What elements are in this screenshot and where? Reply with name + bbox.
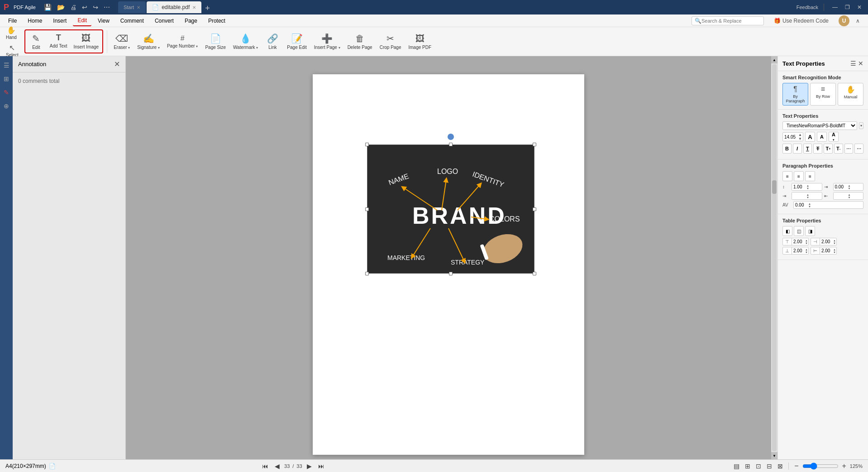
cell-padding-top-input[interactable] bbox=[792, 238, 805, 245]
tab-start[interactable]: Start ✕ bbox=[118, 1, 146, 13]
crop-page-button[interactable]: ✂ Crop Page bbox=[377, 31, 404, 52]
zoom-in-button[interactable]: + bbox=[840, 461, 848, 471]
table-align-right-button[interactable]: ◨ bbox=[805, 226, 815, 236]
link-button[interactable]: 🔗 Link bbox=[262, 31, 282, 52]
minimize-button[interactable]: — bbox=[830, 3, 840, 11]
image-pdf-button[interactable]: 🖼 Image PDF bbox=[406, 32, 434, 52]
cell-padding-left-down[interactable]: ▼ bbox=[833, 251, 836, 254]
hand-tool-button[interactable]: ✋ Hand bbox=[4, 24, 19, 41]
search-bar[interactable]: 🔍 bbox=[692, 16, 764, 25]
cell-padding-left-input[interactable] bbox=[820, 247, 833, 254]
cell-padding-bottom-down[interactable]: ▼ bbox=[805, 251, 808, 254]
handle-top-right[interactable] bbox=[533, 143, 536, 146]
cell-padding-right-down[interactable]: ▼ bbox=[833, 242, 836, 245]
delete-page-button[interactable]: 🗑 Delete Page bbox=[345, 32, 375, 52]
menu-protect[interactable]: Protect bbox=[204, 16, 230, 26]
redeem-button[interactable]: 🎁 Use Redeem Code bbox=[769, 16, 833, 26]
font-size-input[interactable] bbox=[783, 134, 797, 140]
more-format-button2[interactable]: ⋯ bbox=[854, 144, 863, 154]
menu-view[interactable]: View bbox=[93, 16, 114, 26]
right-panel-close-button[interactable]: ✕ bbox=[858, 60, 863, 67]
char-spacing-down[interactable]: ▼ bbox=[807, 205, 812, 208]
zoom-out-button[interactable]: − bbox=[792, 461, 800, 471]
print-button[interactable]: 🖨 bbox=[68, 3, 78, 12]
align-right-button[interactable]: ≡ bbox=[805, 171, 815, 181]
scroll-track[interactable] bbox=[772, 64, 777, 451]
scroll-thumb[interactable] bbox=[772, 180, 777, 194]
char-spacing-input[interactable] bbox=[794, 202, 807, 208]
font-color-dropdown[interactable]: ▾ bbox=[833, 138, 835, 142]
pdf-viewer[interactable]: BRAND NAME LOGO IDENTITY bbox=[126, 56, 771, 459]
grow-font-button[interactable]: A bbox=[805, 132, 815, 142]
rotate-handle[interactable] bbox=[448, 134, 454, 140]
page-size-button[interactable]: 📄 Page Size bbox=[202, 31, 229, 52]
list-indent-input[interactable] bbox=[792, 193, 806, 199]
font-family-select[interactable]: TimesNewRomanPS-BoldMT bbox=[782, 121, 857, 130]
right-panel-settings-button[interactable]: ☰ bbox=[850, 60, 856, 67]
add-tab-button[interactable]: + bbox=[202, 4, 213, 13]
scroll-down-button[interactable]: ▼ bbox=[771, 452, 777, 459]
handle-top-left[interactable] bbox=[365, 143, 369, 146]
list-indent-down[interactable]: ▼ bbox=[806, 196, 810, 199]
sidebar-edit-icon[interactable]: ✎ bbox=[2, 87, 11, 98]
menu-home[interactable]: Home bbox=[23, 16, 47, 26]
font-size-up-button[interactable]: ▲ bbox=[797, 133, 803, 137]
font-color-button[interactable]: A ▾ bbox=[829, 132, 839, 142]
signature-button[interactable]: ✍ Signature ▾ bbox=[134, 31, 162, 52]
handle-middle-right[interactable] bbox=[533, 207, 536, 211]
search-input[interactable] bbox=[701, 18, 756, 24]
underline-button[interactable]: T bbox=[803, 144, 812, 154]
italic-button[interactable]: I bbox=[793, 144, 802, 154]
open-button[interactable]: 📂 bbox=[55, 3, 67, 12]
view-mode-4[interactable]: ⊟ bbox=[765, 462, 774, 471]
mode-by-row[interactable]: ≡ By Row bbox=[810, 83, 836, 106]
align-left-button[interactable]: ≡ bbox=[782, 171, 792, 181]
view-mode-1[interactable]: ▤ bbox=[732, 462, 741, 471]
feedback-button[interactable]: Feedback bbox=[796, 5, 818, 10]
indent-right-down[interactable]: ▼ bbox=[847, 187, 852, 190]
view-mode-5[interactable]: ⊠ bbox=[776, 462, 785, 471]
subscript-button[interactable]: T- bbox=[834, 144, 843, 154]
customize-button[interactable]: ⋯ bbox=[102, 3, 112, 12]
menu-convert[interactable]: Convert bbox=[150, 16, 178, 26]
image-selection-container[interactable]: BRAND NAME LOGO IDENTITY bbox=[367, 144, 534, 274]
vertical-scrollbar[interactable]: ▲ ▼ bbox=[771, 56, 777, 459]
font-size-down-button[interactable]: ▼ bbox=[797, 137, 803, 141]
handle-bottom-center[interactable] bbox=[449, 272, 453, 275]
table-align-center-button[interactable]: ◫ bbox=[794, 226, 804, 236]
line-spacing-down[interactable]: ▼ bbox=[806, 187, 810, 190]
page-prev-button[interactable]: ◀ bbox=[273, 462, 281, 471]
mode-by-paragraph[interactable]: ¶ By Paragraph bbox=[782, 83, 808, 106]
zoom-slider[interactable] bbox=[802, 462, 839, 470]
view-mode-2[interactable]: ⊞ bbox=[743, 462, 752, 471]
user-avatar[interactable]: U bbox=[839, 15, 849, 26]
maximize-button[interactable]: ❐ bbox=[842, 3, 853, 11]
insert-page-button[interactable]: ➕ Insert Page ▾ bbox=[311, 31, 343, 52]
sidebar-search-icon[interactable]: ⊕ bbox=[2, 101, 11, 111]
scroll-up-button[interactable]: ▲ bbox=[771, 56, 777, 63]
redo-button[interactable]: ↩ bbox=[91, 3, 100, 12]
edit-button[interactable]: ✎ Edit bbox=[26, 31, 46, 52]
handle-bottom-right[interactable] bbox=[533, 272, 536, 275]
insert-image-button[interactable]: 🖼 Insert Image bbox=[71, 31, 102, 52]
menu-page[interactable]: Page bbox=[180, 16, 202, 26]
handle-top-center[interactable] bbox=[449, 143, 453, 146]
menu-comment[interactable]: Comment bbox=[116, 16, 148, 26]
save-button[interactable]: 💾 bbox=[42, 3, 53, 12]
add-text-button[interactable]: T Add Text bbox=[47, 31, 70, 52]
cell-padding-bottom-input[interactable] bbox=[792, 247, 805, 254]
watermark-button[interactable]: 💧 Watermark ▾ bbox=[230, 31, 261, 52]
menu-edit[interactable]: Edit bbox=[73, 15, 91, 26]
indent-right-input[interactable] bbox=[834, 183, 847, 190]
cell-padding-right-input[interactable] bbox=[820, 238, 833, 245]
collapse-ribbon-button[interactable]: ∧ bbox=[851, 16, 864, 26]
menu-insert[interactable]: Insert bbox=[48, 16, 71, 26]
close-window-button[interactable]: ✕ bbox=[854, 3, 864, 11]
sidebar-page-icon[interactable]: ⊞ bbox=[2, 73, 11, 84]
undo-button[interactable]: ↩ bbox=[80, 3, 89, 12]
page-number-button[interactable]: # Page Number ▾ bbox=[164, 33, 200, 50]
view-mode-3[interactable]: ⊡ bbox=[754, 462, 763, 471]
superscript-button[interactable]: T+ bbox=[824, 144, 833, 154]
handle-bottom-left[interactable] bbox=[365, 272, 369, 275]
line-spacing-input[interactable] bbox=[792, 183, 806, 190]
